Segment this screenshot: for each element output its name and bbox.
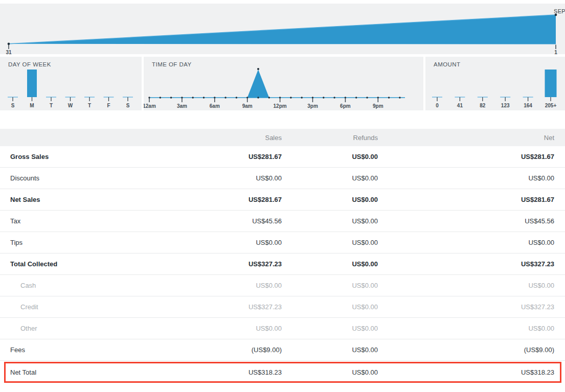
hour-dot [224,97,226,98]
start-point-marker [8,43,10,45]
table-row-discounts: Discounts US$0.00 US$0.00 US$0.00 [0,168,565,189]
hour-dot [366,97,368,98]
end-date-label: 1 [554,50,557,54]
axis-label: 9pm [373,103,383,109]
axis-label: T [50,103,53,108]
mini-charts-row: DAY OF WEEK SMTWTFS TIME OF DAY 12am3am6… [0,57,565,110]
axis-label: 0 [436,103,439,108]
sales-report-page: 311SEP 1 DAY OF WEEK SMTWTFS TIME OF DAY… [0,4,565,392]
axis-label: S [11,103,15,108]
hour-dot [257,97,259,98]
hour-dot [301,97,303,98]
bar-M [27,70,37,97]
axis-label: T [88,103,91,108]
day-of-week-title: DAY OF WEEK [8,61,51,67]
table-row-tips: Tips US$0.00 US$0.00 US$0.00 [0,232,565,253]
hour-dot [399,97,400,98]
time-of-day-panel[interactable]: TIME OF DAY 12am3am6am9am12pm3pm6pm9pm [144,57,423,110]
sales-timeline-chart[interactable]: 311SEP 1 [0,4,565,54]
axis-label: 123 [501,103,510,108]
hour-dot [160,97,161,98]
bar-205+ [545,70,557,97]
hour-dot [333,97,335,98]
table-row-net-sales: Net Sales US$281.67 US$0.00 US$281.67 [0,189,565,211]
table-row-credit: Credit US$327.23 US$0.00 US$327.23 [0,296,565,318]
time-of-day-title: TIME OF DAY [152,61,192,67]
axis-label: 12pm [274,103,287,109]
axis-label: W [68,103,73,108]
axis-label: 205+ [545,103,557,108]
table-row-other: Other US$0.00 US$0.00 US$0.00 [0,318,565,339]
axis-label: 41 [457,103,463,108]
hour-dot [388,97,390,98]
axis-label: F [107,103,110,108]
axis-label: 6am [210,103,220,109]
column-header-refunds: Refunds [282,134,378,142]
sales-timeline-panel[interactable]: 311SEP 1 [0,4,565,54]
axis-label: 164 [524,103,532,108]
axis-label: 3pm [307,103,318,109]
start-date-label: 31 [6,50,12,54]
axis-label: 6pm [340,103,351,109]
table-row-cash: Cash US$0.00 US$0.00 US$0.00 [0,275,565,296]
table-row-fees: Fees (US$9.00) US$0.00 (US$9.00) [0,339,565,361]
hour-dot [290,97,291,98]
end-point-annotation: SEP 1 [554,8,565,14]
table-row-total-collected: Total Collected US$327.23 US$0.00 US$327… [0,253,565,275]
peak-spike [247,70,269,98]
axis-label: 9am [242,103,253,109]
sales-summary-table: Sales Refunds Net Gross Sales US$281.67 … [0,129,565,384]
hour-dot [268,97,270,98]
axis-label: 82 [480,103,486,108]
column-header-sales: Sales [185,134,282,142]
hour-dot [355,97,357,98]
hour-dot [236,97,237,98]
table-row-gross-sales: Gross Sales US$281.67 US$0.00 US$281.67 [0,146,565,168]
axis-label: S [126,103,130,108]
hour-dot [203,97,205,98]
hour-dot [192,97,194,98]
axis-label: M [30,103,34,108]
table-header-row: Sales Refunds Net [0,129,565,146]
day-of-week-panel[interactable]: DAY OF WEEK SMTWTFS [0,57,142,110]
amount-title: AMOUNT [434,61,461,67]
axis-label: 3am [177,103,187,109]
peak-marker [257,68,259,70]
table-row-tax: Tax US$45.56 US$0.00 US$45.56 [0,211,565,232]
amount-panel[interactable]: AMOUNT 04182123164205+ [425,57,565,110]
hour-dot [323,97,324,98]
column-header-net: Net [378,134,554,142]
axis-label: 12am [144,103,156,109]
hour-dot [170,97,172,98]
table-row-net-total[interactable]: Net Total US$318.23 US$0.00 US$318.23 [0,361,565,384]
